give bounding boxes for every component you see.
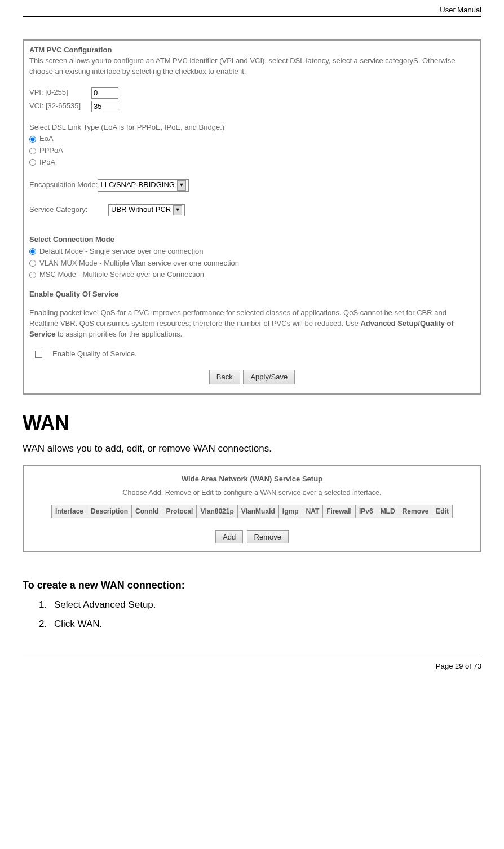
qos-desc-post: to assign priorities for the application…	[55, 330, 182, 338]
wan-panel-subtitle: Choose Add, Remove or Edit to configure …	[27, 489, 477, 497]
conn-mode-msc[interactable]: MSC Mode - Multiple Service over one Con…	[29, 269, 475, 280]
vpi-row: VPI: [0-255]	[29, 87, 475, 99]
step-1: Select Advanced Setup.	[50, 599, 481, 611]
encap-value: LLC/SNAP-BRIDGING	[100, 180, 174, 191]
vpi-input[interactable]	[91, 87, 118, 99]
encap-select[interactable]: LLC/SNAP-BRIDGING ▼	[98, 179, 188, 192]
conn-mode-label: Default Mode - Single service over one c…	[39, 246, 204, 257]
dsl-option-label: EoA	[39, 134, 54, 144]
remove-button[interactable]: Remove	[247, 530, 289, 543]
create-wan-heading: To create a new WAN connection:	[23, 580, 481, 591]
atm-pvc-panel: ATM PVC Configuration This screen allows…	[23, 39, 481, 395]
qos-title: Enable Quality Of Service	[29, 289, 475, 300]
conn-mode-default[interactable]: Default Mode - Single service over one c…	[29, 246, 475, 257]
vci-input[interactable]	[91, 101, 118, 112]
page-number: Page 29 of 73	[436, 662, 481, 670]
page-footer: Page 29 of 73	[23, 658, 481, 682]
conn-mode-label: VLAN MUX Mode - Multiple Vlan service ov…	[39, 258, 239, 269]
radio-msc-mode[interactable]	[29, 272, 36, 278]
col-connid: ConnId	[132, 505, 162, 518]
dsl-option-pppoa[interactable]: PPPoA	[29, 145, 475, 156]
conn-mode-vlan[interactable]: VLAN MUX Mode - Multiple Vlan service ov…	[29, 258, 475, 269]
apply-save-button[interactable]: Apply/Save	[243, 370, 295, 385]
steps-list: Select Advanced Setup. Click WAN.	[23, 599, 481, 630]
vci-label: VCI: [32-65535]	[29, 101, 91, 112]
page-header: User Manual	[23, 0, 481, 17]
wan-panel-title: Wide Area Network (WAN) Service Setup	[27, 475, 477, 483]
atm-intro: This screen allows you to configure an A…	[29, 56, 475, 77]
encap-label: Encapsulation Mode:	[29, 180, 98, 191]
dsl-option-ipoa[interactable]: IPoA	[29, 157, 475, 168]
col-ipv6: IPv6	[355, 505, 377, 518]
col-firewall: Firewall	[323, 505, 356, 518]
vpi-label: VPI: [0-255]	[29, 87, 91, 98]
qos-checkbox-row[interactable]: Enable Quality of Service.	[29, 349, 475, 360]
conn-mode-title: Select Connection Mode	[29, 235, 475, 245]
radio-default-mode[interactable]	[29, 248, 36, 255]
svc-cat-label: Service Category:	[29, 205, 108, 215]
radio-vlan-mode[interactable]	[29, 260, 36, 267]
dsl-option-label: IPoA	[39, 157, 55, 168]
dsl-link-label: Select DSL Link Type (EoA is for PPPoE, …	[29, 122, 475, 133]
col-mld: MLD	[377, 505, 399, 518]
wan-intro: WAN allows you to add, edit, or remove W…	[23, 443, 481, 454]
qos-checkbox[interactable]	[35, 351, 42, 358]
col-nat: NAT	[302, 505, 323, 518]
col-vlan8021p: Vlan8021p	[197, 505, 237, 518]
svc-cat-row: Service Category: UBR Without PCR ▼	[29, 204, 475, 216]
radio-ipoa[interactable]	[29, 159, 36, 166]
add-button[interactable]: Add	[215, 530, 243, 543]
wan-service-panel: Wide Area Network (WAN) Service Setup Ch…	[23, 465, 481, 552]
col-igmp: Igmp	[278, 505, 302, 518]
dsl-option-label: PPPoA	[39, 145, 63, 156]
svc-cat-select[interactable]: UBR Without PCR ▼	[108, 204, 185, 216]
dsl-option-eoa[interactable]: EoA	[29, 134, 475, 144]
wan-table: Interface Description ConnId Protocal Vl…	[51, 505, 453, 518]
col-vlanmuxid: VlanMuxId	[237, 505, 278, 518]
wan-button-row: Add Remove	[27, 530, 477, 543]
col-protocal: Protocal	[162, 505, 197, 518]
encap-row: Encapsulation Mode: LLC/SNAP-BRIDGING ▼	[29, 179, 475, 192]
conn-mode-label: MSC Mode - Multiple Service over one Con…	[39, 269, 204, 280]
svc-cat-value: UBR Without PCR	[111, 205, 171, 215]
col-description: Description	[87, 505, 132, 518]
col-edit: Edit	[432, 505, 453, 518]
qos-checkbox-label: Enable Quality of Service.	[52, 349, 137, 360]
atm-button-row: Back Apply/Save	[29, 370, 475, 385]
back-button[interactable]: Back	[209, 370, 240, 385]
wan-heading: WAN	[23, 412, 481, 435]
atm-title: ATM PVC Configuration	[29, 45, 475, 56]
col-remove: Remove	[399, 505, 432, 518]
wan-table-header-row: Interface Description ConnId Protocal Vl…	[52, 505, 453, 518]
radio-eoa[interactable]	[29, 136, 36, 143]
doc-type-label: User Manual	[440, 6, 481, 14]
step-2: Click WAN.	[50, 618, 481, 630]
chevron-down-icon: ▼	[173, 205, 182, 215]
col-interface: Interface	[52, 505, 87, 518]
chevron-down-icon: ▼	[177, 180, 186, 191]
qos-desc: Enabling packet level QoS for a PVC impr…	[29, 308, 475, 340]
radio-pppoa[interactable]	[29, 148, 36, 154]
vci-row: VCI: [32-65535]	[29, 101, 475, 112]
